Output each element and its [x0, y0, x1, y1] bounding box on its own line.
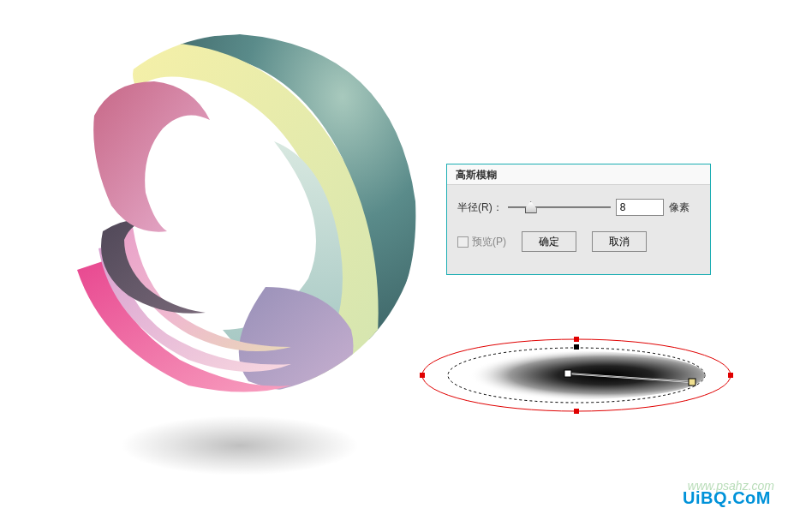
dialog-title: 高斯模糊: [447, 164, 710, 185]
radius-row: 半径(R)： 像素: [457, 199, 700, 216]
unit-label: 像素: [669, 200, 690, 215]
dialog-body: 半径(R)： 像素 预览(P) 确定 取消: [447, 185, 710, 281]
radius-input[interactable]: [616, 199, 664, 216]
radius-label: 半径(R)：: [457, 200, 503, 215]
cancel-button[interactable]: 取消: [592, 231, 647, 252]
buttons-row: 预览(P) 确定 取消: [457, 231, 700, 252]
checkbox-icon[interactable]: [457, 236, 469, 248]
gradient-start-handle[interactable]: [564, 370, 571, 377]
slider-thumb-icon[interactable]: [525, 201, 537, 213]
gradient-end-handle[interactable]: [689, 379, 695, 386]
gaussian-blur-dialog: 高斯模糊 半径(R)： 像素 预览(P) 确定 取消: [446, 164, 711, 275]
handle-icon[interactable]: [574, 337, 579, 342]
handle-icon[interactable]: [574, 409, 579, 414]
sphere-shadow: [120, 415, 360, 475]
handle-icon[interactable]: [420, 373, 425, 378]
watermark-main: UiBQ.CoM: [683, 488, 771, 508]
preview-label: 预览(P): [472, 235, 506, 249]
blur-preview: [409, 324, 743, 427]
handle-icon[interactable]: [574, 344, 579, 350]
sphere-svg: [51, 4, 428, 424]
preview-checkbox-wrap[interactable]: 预览(P): [457, 235, 506, 249]
ok-button[interactable]: 确定: [522, 231, 576, 252]
radius-slider[interactable]: [508, 201, 611, 213]
sphere-artwork: [51, 4, 428, 484]
handle-icon[interactable]: [728, 373, 733, 378]
